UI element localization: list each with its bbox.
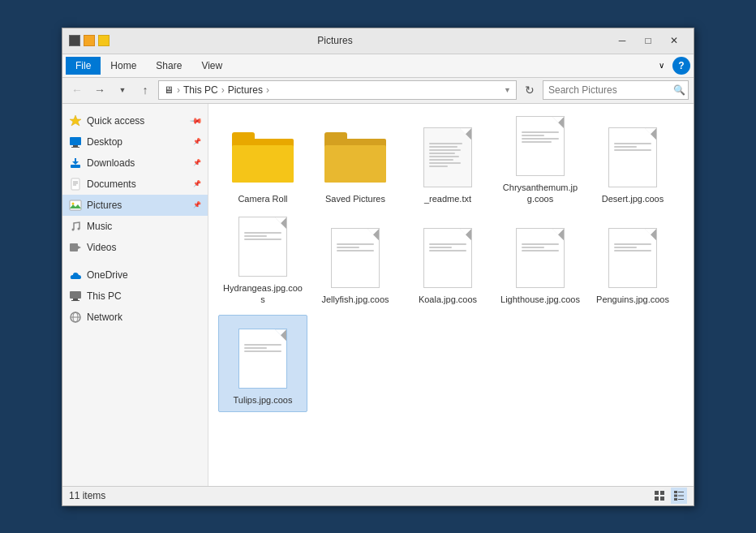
sidebar-network-label: Network [87,312,122,323]
sidebar-music-label: Music [87,221,112,232]
file-item-camera-roll[interactable]: Camera Roll [218,114,307,211]
tab-file[interactable]: File [66,57,101,75]
address-bar: ← → ▼ ↑ 🖥 › This PC › Pictures › ▼ ↻ 🔍 [62,78,694,104]
minimize-button[interactable]: ─ [609,29,635,52]
address-path[interactable]: 🖥 › This PC › Pictures › ▼ [158,80,517,100]
sidebar-item-music[interactable]: Music [62,216,208,237]
svg-rect-3 [71,147,79,148]
path-separator-3: › [266,84,269,96]
file-item-hydrangeas[interactable]: Hydrangeas.jpg.coos [218,214,307,312]
desktop-icon [69,135,82,148]
onedrive-icon [69,269,82,282]
this-pc-icon [69,290,82,303]
grid-view-button[interactable] [651,488,668,504]
svg-marker-17 [78,246,81,249]
file-icon-jellyfish [323,226,388,290]
file-icon-hydrangeas [230,214,295,279]
window-title: Pictures [61,35,609,46]
list-view-button[interactable] [671,488,687,504]
ribbon-tabs: File Home Share View ∨ ? [62,54,694,77]
sidebar-item-pictures[interactable]: Pictures 📌 [62,195,208,216]
main-content: Quick access 📌 Desktop 📌 Downloads 📌 [62,104,694,486]
ribbon: File Home Share View ∨ ? [62,54,694,78]
pictures-icon [69,199,82,212]
file-item-lighthouse[interactable]: Lighthouse.jpg.coos [496,214,585,312]
file-item-jellyfish[interactable]: Jellyfish.jpg.coos [311,214,400,312]
file-item-saved-pictures[interactable]: Saved Pictures [311,114,400,211]
back-button[interactable]: ← [67,80,87,100]
svg-rect-25 [660,491,664,495]
forward-button[interactable]: → [90,80,110,100]
view-controls [651,488,687,504]
file-item-tulips[interactable]: Tulips.jpg.coos [218,315,307,412]
path-separator-1: › [177,84,180,96]
search-box[interactable]: 🔍 [543,80,689,100]
sidebar-item-videos[interactable]: Videos [62,237,208,258]
refresh-button[interactable]: ↻ [520,80,539,100]
grid-view-icon [654,490,665,501]
sidebar-item-downloads[interactable]: Downloads 📌 [62,153,208,174]
file-icon-desert [600,125,665,190]
file-label-saved-pictures: Saved Pictures [325,193,385,204]
documents-icon [69,178,82,191]
search-icon: 🔍 [673,84,685,96]
file-label-desert: Desert.jpg.coos [602,193,664,204]
ribbon-expand: ∨ ? [653,57,690,75]
search-input[interactable] [548,84,670,96]
maximize-button[interactable]: □ [635,29,661,52]
svg-rect-12 [70,200,81,210]
file-label-readme: _readme.txt [424,193,471,204]
sidebar-onedrive-label: OneDrive [87,269,128,281]
svg-point-14 [72,228,75,230]
file-item-desert[interactable]: Desert.jpg.coos [588,114,677,211]
network-icon [69,311,82,324]
sidebar-item-quick-access[interactable]: Quick access 📌 [62,110,208,131]
ribbon-chevron-icon[interactable]: ∨ [653,58,669,74]
svg-marker-7 [72,161,79,165]
file-item-chrysanthemum[interactable]: Chrysanthemum.jpg.coos [496,114,585,211]
file-icon-penguins [600,226,665,290]
tab-view[interactable]: View [191,57,232,75]
svg-rect-24 [655,491,659,495]
quick-access-icon [69,114,82,127]
sidebar-item-documents[interactable]: Documents 📌 [62,174,208,195]
sidebar-item-network[interactable]: Network [62,307,208,328]
path-separator-2: › [221,84,225,96]
pin-icon-3: 📌 [193,159,201,166]
svg-rect-2 [73,145,78,147]
downloads-icon [69,157,82,170]
title-bar: Pictures ─ □ ✕ [62,28,694,54]
recent-locations-button[interactable]: ▼ [113,80,132,100]
help-button[interactable]: ? [672,57,690,75]
sidebar-quick-access-label: Quick access [87,115,144,127]
explorer-window: Pictures ─ □ ✕ File Home Share View ∨ ? … [62,28,694,506]
sidebar-pictures-label: Pictures [87,200,122,211]
sidebar-item-desktop[interactable]: Desktop 📌 [62,131,208,153]
svg-rect-27 [660,496,664,501]
path-icon: 🖥 [164,84,174,96]
svg-rect-26 [655,496,659,501]
pin-icon-5: 📌 [193,201,201,208]
pin-icon: 📌 [190,114,203,127]
file-icon-tulips [230,326,295,391]
tab-share[interactable]: Share [146,57,191,75]
file-item-penguins[interactable]: Penguins.jpg.coos [588,214,677,312]
svg-rect-18 [70,291,81,299]
path-this-pc: This PC [183,84,218,96]
close-button[interactable]: ✕ [661,29,687,52]
up-button[interactable]: ↑ [135,80,155,100]
tab-home[interactable]: Home [101,57,146,75]
sidebar-item-this-pc[interactable]: This PC [62,286,208,307]
file-item-readme[interactable]: _readme.txt [403,114,492,211]
file-icon-readme [415,125,480,190]
file-label-penguins: Penguins.jpg.coos [596,294,669,305]
file-label-tulips: Tulips.jpg.coos [234,394,293,406]
file-item-koala[interactable]: Koala.jpg.coos [403,214,492,312]
file-icon-chrysanthemum [508,114,573,178]
svg-point-15 [78,227,80,230]
sidebar-item-onedrive[interactable]: OneDrive [62,264,208,286]
file-icon-koala [415,226,480,290]
path-dropdown-icon: ▼ [504,86,511,94]
svg-rect-33 [678,499,684,500]
svg-rect-19 [73,299,78,300]
